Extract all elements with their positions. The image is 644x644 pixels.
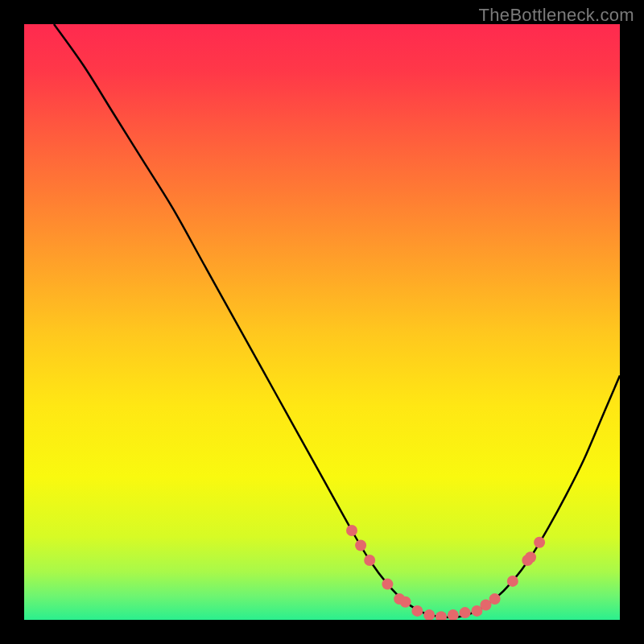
chart-container: TheBottleneck.com: [0, 0, 644, 644]
marker-point: [489, 593, 501, 605]
marker-point: [507, 576, 518, 587]
marker-point: [460, 607, 471, 618]
chart-svg: [24, 24, 620, 620]
plot-area: [24, 24, 620, 620]
marker-point: [364, 555, 375, 566]
marker-point: [355, 540, 366, 551]
marker-point: [382, 579, 393, 590]
watermark-label: TheBottleneck.com: [479, 5, 634, 26]
marker-point: [411, 605, 423, 617]
marker-point: [525, 551, 536, 563]
marker-point: [400, 597, 411, 608]
marker-point: [534, 537, 545, 548]
marker-point: [346, 525, 357, 536]
